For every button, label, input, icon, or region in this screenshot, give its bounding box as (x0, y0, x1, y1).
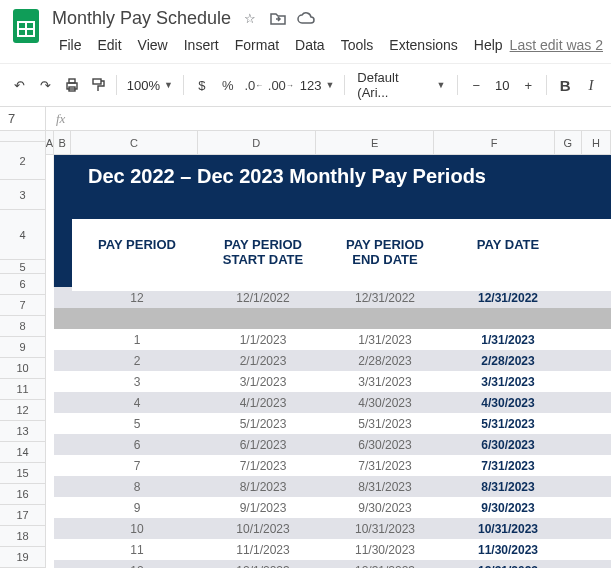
table-row[interactable]: 22/1/20232/28/20232/28/2023 (54, 350, 611, 371)
row-header-3[interactable]: 3 (0, 180, 45, 210)
col-header-end-date: PAY PERIODEND DATE (324, 227, 446, 277)
menu-help[interactable]: Help (467, 33, 510, 57)
cell-start: 11/1/2023 (202, 543, 324, 557)
cell-end: 9/30/2023 (324, 501, 446, 515)
cloud-icon[interactable] (297, 10, 315, 28)
col-header-G[interactable]: G (555, 131, 582, 154)
cell-start: 5/1/2023 (202, 417, 324, 431)
row-headers: 2345678910111213141516171819 (0, 142, 46, 568)
zoom-selector[interactable]: 100%▼ (123, 78, 177, 93)
row-header-9[interactable]: 9 (0, 337, 45, 358)
menu-edit[interactable]: Edit (90, 33, 128, 57)
bold-button[interactable]: B (553, 72, 577, 98)
cell-period: 6 (72, 438, 202, 452)
col-header-D[interactable]: D (198, 131, 316, 154)
decrease-decimal-button[interactable]: .0← (242, 72, 266, 98)
star-icon[interactable]: ☆ (241, 10, 259, 28)
table-row[interactable]: 11/1/20231/31/20231/31/2023 (54, 329, 611, 350)
row-header-18[interactable]: 18 (0, 526, 45, 547)
col-header-B[interactable]: B (54, 131, 71, 154)
cell-start: 2/1/2023 (202, 354, 324, 368)
cell-end: 12/31/2022 (324, 291, 446, 305)
row-header-10[interactable]: 10 (0, 358, 45, 379)
name-box[interactable]: 7 (0, 107, 46, 130)
italic-button[interactable]: I (579, 72, 603, 98)
last-edit-link[interactable]: Last edit was 2 (510, 37, 603, 53)
row-header-2[interactable]: 2 (0, 142, 45, 180)
menu-view[interactable]: View (131, 33, 175, 57)
col-header-A[interactable]: A (46, 131, 54, 154)
formula-input[interactable] (75, 107, 611, 130)
paint-format-button[interactable] (86, 72, 110, 98)
row-header-17[interactable]: 17 (0, 505, 45, 526)
move-icon[interactable] (269, 10, 287, 28)
sheets-logo[interactable] (8, 8, 44, 44)
cell-period: 11 (72, 543, 202, 557)
row-header-8[interactable]: 8 (0, 316, 45, 337)
cell-end: 3/31/2023 (324, 375, 446, 389)
row-header-11[interactable]: 11 (0, 379, 45, 400)
cell-paydate: 6/30/2023 (446, 438, 570, 452)
undo-button[interactable]: ↶ (8, 72, 32, 98)
row-header-6[interactable]: 6 (0, 274, 45, 295)
row-header-7[interactable]: 7 (0, 295, 45, 316)
print-button[interactable] (60, 72, 84, 98)
spreadsheet-grid[interactable]: 2345678910111213141516171819 ABCDEFGH De… (0, 131, 611, 568)
increase-decimal-button[interactable]: .00→ (268, 72, 294, 98)
table-row[interactable]: 55/1/20235/31/20235/31/2023 (54, 413, 611, 434)
percent-button[interactable]: % (216, 72, 240, 98)
number-format-selector[interactable]: 123▼ (296, 78, 339, 93)
font-size-increase[interactable]: + (516, 72, 540, 98)
cell-paydate: 5/31/2023 (446, 417, 570, 431)
table-row[interactable]: 77/1/20237/31/20237/31/2023 (54, 455, 611, 476)
row-header-12[interactable]: 12 (0, 400, 45, 421)
table-row[interactable]: 1212/1/202312/31/202312/31/2023 (54, 560, 611, 568)
font-size-input[interactable]: 10 (490, 78, 514, 93)
cell-start: 10/1/2023 (202, 522, 324, 536)
cell-paydate: 12/31/2022 (446, 291, 570, 305)
cell-paydate: 9/30/2023 (446, 501, 570, 515)
cell-end: 2/28/2023 (324, 354, 446, 368)
cell-end: 6/30/2023 (324, 438, 446, 452)
row-header-14[interactable]: 14 (0, 442, 45, 463)
redo-button[interactable]: ↷ (34, 72, 58, 98)
table-row[interactable]: 88/1/20238/31/20238/31/2023 (54, 476, 611, 497)
table-row[interactable]: 1010/1/202310/31/202310/31/2023 (54, 518, 611, 539)
row-header-15[interactable]: 15 (0, 463, 45, 484)
cell-paydate: 11/30/2023 (446, 543, 570, 557)
table-row[interactable]: 44/1/20234/30/20234/30/2023 (54, 392, 611, 413)
table-row[interactable]: 66/1/20236/30/20236/30/2023 (54, 434, 611, 455)
cell-start: 4/1/2023 (202, 396, 324, 410)
col-header-pay-date: PAY DATE (446, 227, 570, 277)
table-row[interactable]: 33/1/20233/31/20233/31/2023 (54, 371, 611, 392)
document-title[interactable]: Monthly Pay Schedule (52, 8, 231, 29)
currency-button[interactable]: $ (190, 72, 214, 98)
menu-tools[interactable]: Tools (334, 33, 381, 57)
col-header-H[interactable]: H (582, 131, 611, 154)
row-header-4[interactable]: 4 (0, 210, 45, 260)
menu-format[interactable]: Format (228, 33, 286, 57)
cell-start: 12/1/2023 (202, 564, 324, 569)
cell-period: 4 (72, 396, 202, 410)
menu-bar: FileEditViewInsertFormatDataToolsExtensi… (52, 33, 510, 57)
select-all-corner[interactable] (0, 131, 46, 142)
table-row[interactable]: 1111/1/202311/30/202311/30/2023 (54, 539, 611, 560)
col-header-F[interactable]: F (434, 131, 554, 154)
font-size-decrease[interactable]: − (464, 72, 488, 98)
row-header-19[interactable]: 19 (0, 547, 45, 568)
font-selector[interactable]: Default (Ari...▼ (351, 70, 451, 100)
table-row[interactable] (54, 308, 611, 329)
menu-file[interactable]: File (52, 33, 89, 57)
cell-paydate: 10/31/2023 (446, 522, 570, 536)
row-header-5[interactable]: 5 (0, 260, 45, 274)
menu-extensions[interactable]: Extensions (382, 33, 464, 57)
menu-data[interactable]: Data (288, 33, 332, 57)
row-header-13[interactable]: 13 (0, 421, 45, 442)
menu-insert[interactable]: Insert (177, 33, 226, 57)
cells-area[interactable]: Dec 2022 – Dec 2023 Monthly Pay Periods … (46, 155, 611, 568)
col-header-E[interactable]: E (316, 131, 434, 154)
col-header-C[interactable]: C (71, 131, 197, 154)
row-header-16[interactable]: 16 (0, 484, 45, 505)
table-row[interactable]: 99/1/20239/30/20239/30/2023 (54, 497, 611, 518)
cell-start: 6/1/2023 (202, 438, 324, 452)
